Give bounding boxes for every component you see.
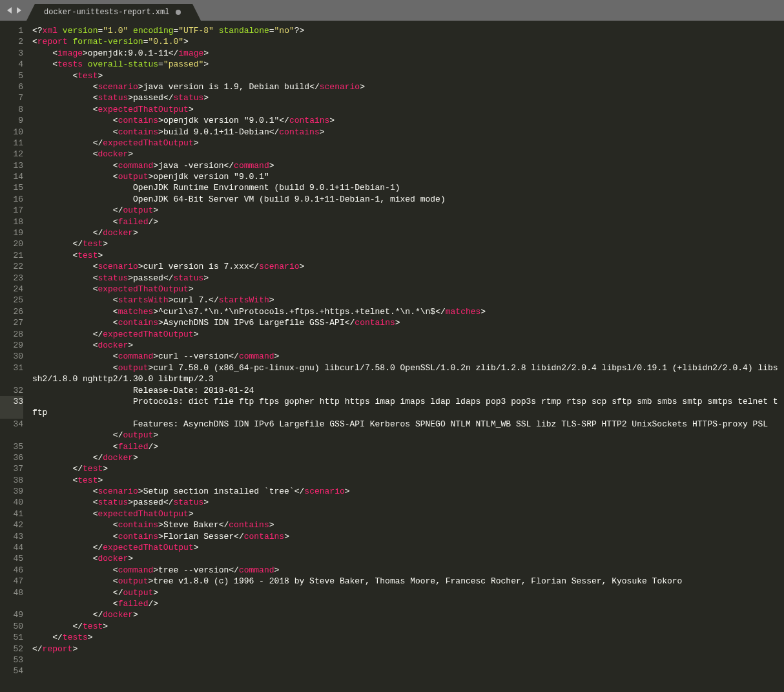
code-line[interactable]: Features: AsynchDNS IDN IPv6 Largefile G… [32,419,778,430]
line-number[interactable]: 44 [0,542,23,553]
line-number[interactable]: 24 [0,284,23,295]
code-line[interactable]: </tests> [32,632,784,643]
line-number[interactable]: 38 [0,475,23,486]
line-number[interactable]: 22 [0,261,23,272]
line-number[interactable]: 5 [0,70,23,81]
nav-forward-icon[interactable] [14,6,23,15]
code-line[interactable]: <contains>build 9.0.1+11-Debian</contain… [32,127,784,138]
line-number[interactable]: 52 [0,644,23,655]
code-line[interactable]: <test> [32,250,784,261]
line-number-gutter[interactable]: 1234567891011121314151617181920212223242… [0,21,30,692]
code-line[interactable]: <expectedThatOutput> [32,104,784,115]
code-line[interactable]: Protocols: dict file ftp ftps gopher htt… [32,396,778,419]
nav-back-icon[interactable] [5,6,14,15]
line-number[interactable]: 28 [0,329,23,340]
code-line[interactable]: <contains>Steve Baker</contains> [32,519,784,530]
code-line[interactable]: <status>passed</status> [32,273,784,284]
code-line[interactable]: </docker> [32,609,784,620]
line-number[interactable]: 21 [0,250,23,261]
line-number[interactable]: 18 [0,216,23,227]
code-line[interactable]: </docker> [32,452,784,463]
code-line[interactable]: <failed/> [32,598,784,609]
line-number[interactable]: 36 [0,452,23,463]
line-number[interactable]: 4 [0,59,23,70]
code-line[interactable]: <command>java -version</command> [32,160,784,171]
line-number[interactable]: 48 [0,587,23,610]
line-number[interactable]: 26 [0,306,23,317]
line-number[interactable]: 33 [0,396,23,419]
code-line[interactable]: <failed/> [32,216,784,227]
line-number[interactable]: 35 [0,441,23,452]
code-line[interactable]: <matches>^curl\s7.*\n.*\nProtocols.+ftps… [32,306,784,317]
line-number[interactable]: 15 [0,182,23,193]
code-line[interactable]: </test> [32,621,784,632]
code-line[interactable]: <tests overall-status="passed"> [32,59,784,70]
code-line[interactable]: </expectedThatOutput> [32,138,784,149]
line-number[interactable]: 32 [0,385,23,396]
code-line[interactable]: OpenJDK 64-Bit Server VM (build 9.0.1+11… [32,194,784,205]
code-line[interactable]: <docker> [32,340,784,351]
line-number[interactable]: 31 [0,362,23,385]
line-number[interactable]: 29 [0,340,23,351]
line-number[interactable]: 8 [0,104,23,115]
line-number[interactable]: 34 [0,419,23,441]
code-area[interactable]: <?xml version="1.0" encoding="UTF-8" sta… [30,21,784,692]
line-number[interactable]: 43 [0,531,23,542]
line-number[interactable]: 17 [0,205,23,216]
code-line[interactable]: <contains>Florian Sesser</contains> [32,531,784,542]
code-line[interactable]: <command>tree --version</command> [32,565,784,576]
line-number[interactable]: 53 [0,655,23,666]
line-number[interactable]: 14 [0,171,23,182]
line-number[interactable]: 54 [0,666,23,676]
line-number[interactable]: 20 [0,238,23,249]
code-line[interactable]: <expectedThatOutput> [32,509,784,519]
code-line[interactable]: </output> [32,430,784,441]
code-line[interactable]: <test> [32,475,784,486]
code-line[interactable]: </output> [32,205,784,216]
code-line[interactable]: <status>passed</status> [32,92,784,103]
code-line[interactable]: <image>openjdk:9.0.1-11</image> [32,48,784,59]
line-number[interactable]: 42 [0,519,23,530]
line-number[interactable]: 50 [0,621,23,632]
line-number[interactable]: 19 [0,227,23,238]
code-line[interactable]: </docker> [32,227,784,238]
line-number[interactable]: 45 [0,553,23,564]
code-line[interactable]: <output>tree v1.8.0 (c) 1996 - 2018 by S… [32,576,778,587]
code-line[interactable]: <docker> [32,553,784,564]
line-number[interactable]: 40 [0,497,23,508]
line-number[interactable]: 39 [0,486,23,497]
code-line[interactable]: <report format-version="0.1.0"> [32,36,784,47]
line-number[interactable]: 7 [0,92,23,103]
code-line[interactable]: <docker> [32,149,784,160]
line-number[interactable]: 25 [0,295,23,306]
code-line[interactable]: <output>curl 7.58.0 (x86_64-pc-linux-gnu… [32,362,778,385]
code-line[interactable]: <contains>AsynchDNS IDN IPv6 Largefile G… [32,317,784,328]
code-line[interactable]: OpenJDK Runtime Environment (build 9.0.1… [32,182,784,193]
line-number[interactable]: 37 [0,463,23,474]
line-number[interactable]: 41 [0,509,23,519]
code-line[interactable]: <startsWith>curl 7.</startsWith> [32,295,784,306]
code-line[interactable]: <?xml version="1.0" encoding="UTF-8" sta… [32,25,784,36]
code-line[interactable]: </output> [32,587,784,598]
line-number[interactable]: 47 [0,576,23,587]
line-number[interactable]: 12 [0,149,23,160]
line-number[interactable]: 49 [0,609,23,620]
code-line[interactable]: <test> [32,70,784,81]
line-number[interactable]: 13 [0,160,23,171]
code-line[interactable]: <scenario>curl version is 7.xxx</scenari… [32,261,784,272]
code-line[interactable]: </test> [32,238,784,249]
tab-active[interactable]: docker-unittests-report.xml [35,4,192,21]
line-number[interactable]: 30 [0,351,23,362]
code-line[interactable]: </expectedThatOutput> [32,542,784,553]
code-line[interactable]: <command>curl --version</command> [32,351,784,362]
code-line[interactable]: <failed/> [32,441,784,452]
line-number[interactable]: 11 [0,138,23,149]
code-line[interactable]: <contains>openjdk version "9.0.1"</conta… [32,115,784,126]
code-line[interactable]: </test> [32,463,784,474]
line-number[interactable]: 3 [0,48,23,59]
code-line[interactable]: <scenario>Setup section installed `tree`… [32,486,784,497]
line-number[interactable]: 2 [0,36,23,47]
line-number[interactable]: 27 [0,317,23,328]
line-number[interactable]: 6 [0,81,23,92]
line-number[interactable]: 51 [0,632,23,643]
